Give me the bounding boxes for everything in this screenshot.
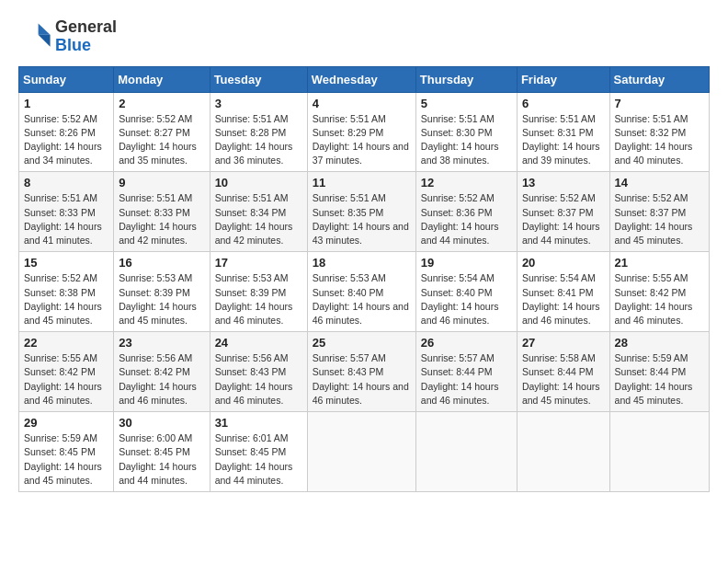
cell-info: Sunrise: 5:52 AMSunset: 8:38 PMDaylight:… bbox=[24, 272, 102, 326]
day-number: 16 bbox=[119, 256, 204, 270]
day-number: 4 bbox=[313, 97, 411, 110]
day-number: 14 bbox=[615, 176, 704, 190]
day-number: 25 bbox=[313, 336, 411, 350]
calendar-cell: 4 Sunrise: 5:51 AMSunset: 8:29 PMDayligh… bbox=[307, 92, 415, 172]
cell-info: Sunrise: 5:51 AMSunset: 8:35 PMDaylight:… bbox=[313, 192, 409, 246]
calendar-header-wednesday: Wednesday bbox=[307, 66, 415, 92]
cell-info: Sunrise: 5:51 AMSunset: 8:29 PMDaylight:… bbox=[313, 113, 409, 167]
cell-info: Sunrise: 5:52 AMSunset: 8:36 PMDaylight:… bbox=[421, 192, 499, 246]
cell-info: Sunrise: 5:52 AMSunset: 8:37 PMDaylight:… bbox=[522, 192, 600, 246]
calendar-cell: 16 Sunrise: 5:53 AMSunset: 8:39 PMDaylig… bbox=[114, 252, 210, 332]
cell-info: Sunrise: 5:54 AMSunset: 8:41 PMDaylight:… bbox=[522, 272, 600, 326]
cell-info: Sunrise: 5:51 AMSunset: 8:30 PMDaylight:… bbox=[421, 113, 499, 167]
calendar-cell: 26 Sunrise: 5:57 AMSunset: 8:44 PMDaylig… bbox=[415, 332, 517, 412]
cell-info: Sunrise: 5:51 AMSunset: 8:28 PMDaylight:… bbox=[215, 113, 293, 167]
calendar-header-row: SundayMondayTuesdayWednesdayThursdayFrid… bbox=[19, 66, 710, 92]
cell-info: Sunrise: 5:51 AMSunset: 8:31 PMDaylight:… bbox=[522, 113, 600, 167]
calendar-cell: 28 Sunrise: 5:59 AMSunset: 8:44 PMDaylig… bbox=[609, 332, 709, 412]
calendar-cell: 21 Sunrise: 5:55 AMSunset: 8:42 PMDaylig… bbox=[609, 252, 709, 332]
calendar-body: 1 Sunrise: 5:52 AMSunset: 8:26 PMDayligh… bbox=[19, 92, 710, 491]
cell-info: Sunrise: 5:55 AMSunset: 8:42 PMDaylight:… bbox=[24, 352, 102, 406]
day-number: 21 bbox=[615, 256, 704, 270]
cell-info: Sunrise: 5:52 AMSunset: 8:27 PMDaylight:… bbox=[119, 113, 197, 167]
calendar-cell: 8 Sunrise: 5:51 AMSunset: 8:33 PMDayligh… bbox=[19, 172, 114, 252]
cell-info: Sunrise: 5:51 AMSunset: 8:32 PMDaylight:… bbox=[615, 113, 693, 167]
day-number: 9 bbox=[119, 176, 204, 190]
calendar-cell: 19 Sunrise: 5:54 AMSunset: 8:40 PMDaylig… bbox=[415, 252, 517, 332]
cell-info: Sunrise: 5:57 AMSunset: 8:44 PMDaylight:… bbox=[421, 352, 499, 406]
cell-info: Sunrise: 5:59 AMSunset: 8:44 PMDaylight:… bbox=[615, 352, 693, 406]
calendar-cell: 22 Sunrise: 5:55 AMSunset: 8:42 PMDaylig… bbox=[19, 332, 114, 412]
calendar-cell: 24 Sunrise: 5:56 AMSunset: 8:43 PMDaylig… bbox=[210, 332, 307, 412]
day-number: 31 bbox=[215, 416, 302, 430]
calendar-cell: 12 Sunrise: 5:52 AMSunset: 8:36 PMDaylig… bbox=[415, 172, 517, 252]
cell-info: Sunrise: 5:58 AMSunset: 8:44 PMDaylight:… bbox=[522, 352, 600, 406]
day-number: 17 bbox=[215, 256, 302, 270]
calendar-header-thursday: Thursday bbox=[415, 66, 517, 92]
calendar-cell: 14 Sunrise: 5:52 AMSunset: 8:37 PMDaylig… bbox=[609, 172, 709, 252]
day-number: 27 bbox=[522, 336, 605, 350]
day-number: 15 bbox=[24, 256, 108, 270]
day-number: 6 bbox=[522, 97, 605, 110]
calendar-cell: 13 Sunrise: 5:52 AMSunset: 8:37 PMDaylig… bbox=[517, 172, 609, 252]
calendar-header-monday: Monday bbox=[114, 66, 210, 92]
cell-info: Sunrise: 5:53 AMSunset: 8:40 PMDaylight:… bbox=[313, 272, 409, 326]
calendar-cell: 27 Sunrise: 5:58 AMSunset: 8:44 PMDaylig… bbox=[517, 332, 609, 412]
calendar-cell: 20 Sunrise: 5:54 AMSunset: 8:41 PMDaylig… bbox=[517, 252, 609, 332]
logo-text-general: General bbox=[55, 18, 117, 37]
calendar-week-5: 29 Sunrise: 5:59 AMSunset: 8:45 PMDaylig… bbox=[19, 412, 710, 492]
calendar-header-friday: Friday bbox=[517, 66, 609, 92]
day-number: 28 bbox=[615, 336, 704, 350]
day-number: 29 bbox=[24, 416, 108, 430]
logo-icon bbox=[18, 20, 51, 53]
calendar-week-2: 8 Sunrise: 5:51 AMSunset: 8:33 PMDayligh… bbox=[19, 172, 710, 252]
day-number: 20 bbox=[522, 256, 605, 270]
day-number: 30 bbox=[119, 416, 204, 430]
calendar-cell: 23 Sunrise: 5:56 AMSunset: 8:42 PMDaylig… bbox=[114, 332, 210, 412]
calendar-week-4: 22 Sunrise: 5:55 AMSunset: 8:42 PMDaylig… bbox=[19, 332, 710, 412]
day-number: 5 bbox=[421, 97, 512, 110]
cell-info: Sunrise: 5:59 AMSunset: 8:45 PMDaylight:… bbox=[24, 432, 102, 486]
calendar-cell: 18 Sunrise: 5:53 AMSunset: 8:40 PMDaylig… bbox=[307, 252, 415, 332]
day-number: 1 bbox=[24, 97, 108, 110]
calendar-cell bbox=[517, 412, 609, 492]
calendar-cell: 17 Sunrise: 5:53 AMSunset: 8:39 PMDaylig… bbox=[210, 252, 307, 332]
calendar-cell: 10 Sunrise: 5:51 AMSunset: 8:34 PMDaylig… bbox=[210, 172, 307, 252]
calendar-cell: 9 Sunrise: 5:51 AMSunset: 8:33 PMDayligh… bbox=[114, 172, 210, 252]
day-number: 26 bbox=[421, 336, 512, 350]
calendar-cell: 31 Sunrise: 6:01 AMSunset: 8:45 PMDaylig… bbox=[210, 412, 307, 492]
svg-marker-1 bbox=[39, 35, 51, 47]
cell-info: Sunrise: 5:53 AMSunset: 8:39 PMDaylight:… bbox=[119, 272, 197, 326]
cell-info: Sunrise: 5:57 AMSunset: 8:43 PMDaylight:… bbox=[313, 352, 409, 406]
day-number: 2 bbox=[119, 97, 204, 110]
cell-info: Sunrise: 5:52 AMSunset: 8:26 PMDaylight:… bbox=[24, 113, 102, 167]
cell-info: Sunrise: 5:56 AMSunset: 8:42 PMDaylight:… bbox=[119, 352, 197, 406]
calendar-cell bbox=[307, 412, 415, 492]
calendar-cell: 5 Sunrise: 5:51 AMSunset: 8:30 PMDayligh… bbox=[415, 92, 517, 172]
day-number: 11 bbox=[313, 176, 411, 190]
calendar-header-saturday: Saturday bbox=[609, 66, 709, 92]
day-number: 24 bbox=[215, 336, 302, 350]
cell-info: Sunrise: 5:51 AMSunset: 8:34 PMDaylight:… bbox=[215, 192, 293, 246]
calendar-cell bbox=[415, 412, 517, 492]
calendar-cell: 15 Sunrise: 5:52 AMSunset: 8:38 PMDaylig… bbox=[19, 252, 114, 332]
day-number: 23 bbox=[119, 336, 204, 350]
calendar-cell: 11 Sunrise: 5:51 AMSunset: 8:35 PMDaylig… bbox=[307, 172, 415, 252]
calendar-cell: 30 Sunrise: 6:00 AMSunset: 8:45 PMDaylig… bbox=[114, 412, 210, 492]
calendar-week-1: 1 Sunrise: 5:52 AMSunset: 8:26 PMDayligh… bbox=[19, 92, 710, 172]
calendar-cell: 2 Sunrise: 5:52 AMSunset: 8:27 PMDayligh… bbox=[114, 92, 210, 172]
day-number: 3 bbox=[215, 97, 302, 110]
cell-info: Sunrise: 5:52 AMSunset: 8:37 PMDaylight:… bbox=[615, 192, 693, 246]
calendar-week-3: 15 Sunrise: 5:52 AMSunset: 8:38 PMDaylig… bbox=[19, 252, 710, 332]
day-number: 18 bbox=[313, 256, 411, 270]
calendar-cell: 29 Sunrise: 5:59 AMSunset: 8:45 PMDaylig… bbox=[19, 412, 114, 492]
calendar-header-tuesday: Tuesday bbox=[210, 66, 307, 92]
page-header: General Blue bbox=[18, 18, 710, 55]
calendar-cell: 7 Sunrise: 5:51 AMSunset: 8:32 PMDayligh… bbox=[609, 92, 709, 172]
logo: General Blue bbox=[18, 18, 117, 55]
logo-text-blue: Blue bbox=[55, 37, 117, 55]
calendar-cell: 3 Sunrise: 5:51 AMSunset: 8:28 PMDayligh… bbox=[210, 92, 307, 172]
cell-info: Sunrise: 5:53 AMSunset: 8:39 PMDaylight:… bbox=[215, 272, 293, 326]
cell-info: Sunrise: 5:51 AMSunset: 8:33 PMDaylight:… bbox=[119, 192, 197, 246]
cell-info: Sunrise: 5:54 AMSunset: 8:40 PMDaylight:… bbox=[421, 272, 499, 326]
